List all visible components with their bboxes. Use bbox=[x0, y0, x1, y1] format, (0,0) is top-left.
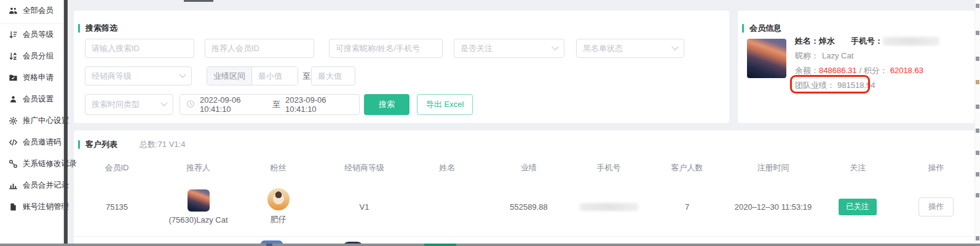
sidebar-item-promotion-settings[interactable]: 推广中心设置 bbox=[0, 110, 63, 132]
customer-list-panel: 客户列表 总数:71 V1:4 会员ID 推荐人 粉丝 经销商等级 姓名 业绩 … bbox=[74, 130, 974, 246]
chevron-down-icon bbox=[160, 100, 167, 106]
sidebar-item-label: 会员设置 bbox=[23, 94, 53, 105]
phone-number-redacted bbox=[580, 203, 638, 211]
cell-performance: 552589.88 bbox=[486, 202, 572, 212]
search-panel-title: 搜索筛选 bbox=[85, 23, 117, 34]
referrer-avatar[interactable] bbox=[188, 189, 210, 212]
gear-icon bbox=[9, 116, 18, 125]
column-header: 手机号 bbox=[572, 162, 646, 173]
column-header: 注册时间 bbox=[729, 162, 818, 173]
date-range-input[interactable]: 2022-09-06 10:41:10 至 2023-09-06 10:41:1… bbox=[180, 94, 360, 115]
sidebar-item-account-cancel[interactable]: 账号注销管理 bbox=[0, 196, 63, 218]
team-performance-label: 团队业绩： bbox=[795, 80, 835, 91]
column-header: 会员ID bbox=[74, 162, 160, 173]
user-icon bbox=[9, 95, 18, 104]
search-button[interactable]: 搜索 bbox=[364, 94, 409, 115]
performance-min-input[interactable] bbox=[252, 67, 298, 85]
date-to-label: 至 bbox=[272, 99, 280, 110]
column-header: 经销商等级 bbox=[320, 162, 409, 173]
rank-sort-icon bbox=[9, 30, 18, 39]
bar-chart-icon bbox=[9, 181, 18, 190]
column-header: 推荐人 bbox=[160, 162, 237, 173]
top-edge-artifact bbox=[184, 0, 213, 2]
member-name: 焯水 bbox=[819, 36, 835, 47]
row-action-button[interactable]: 操作 bbox=[919, 197, 954, 216]
sidebar: 全部会员 会员等级 会员分组 资格申请 会员设置 推广中心设置 会员邀请码 关系… bbox=[0, 0, 63, 246]
code-icon bbox=[9, 138, 18, 147]
points-value: 62018.63 bbox=[890, 66, 923, 75]
sidebar-item-qualification[interactable]: 资格申请 bbox=[0, 67, 63, 89]
cell-register-time: 2020–12–30 11:53:19 bbox=[729, 202, 818, 212]
performance-max-input[interactable] bbox=[311, 66, 355, 85]
column-header: 操作 bbox=[898, 162, 974, 173]
link-icon bbox=[9, 159, 18, 169]
sidebar-item-label: 推广中心设置 bbox=[23, 116, 69, 126]
points-label: / 积分： bbox=[859, 65, 887, 76]
sidebar-item-relation-log[interactable]: 关系链修改记录 bbox=[0, 153, 63, 175]
phone-label: 手机号： bbox=[851, 36, 883, 47]
range-to-label: 至 bbox=[302, 66, 310, 85]
scrollbar-artifact bbox=[266, 244, 272, 246]
name-label: 姓名： bbox=[795, 36, 819, 47]
sidebar-item-label: 关系链修改记录 bbox=[23, 159, 77, 169]
sidebar-item-member-settings[interactable]: 会员设置 bbox=[0, 89, 63, 110]
dealer-level-select[interactable]: 经销商等级 bbox=[85, 66, 192, 85]
chevron-down-icon bbox=[179, 71, 186, 77]
performance-range-group: 业绩区间 bbox=[207, 66, 298, 85]
sidebar-item-merge-log[interactable]: 会员合并记录 bbox=[0, 175, 63, 196]
select-placeholder: 经销商等级 bbox=[92, 71, 132, 82]
az-sort-icon bbox=[9, 52, 18, 61]
member-panel-title: 会员信息 bbox=[749, 23, 781, 34]
blacklist-status-select[interactable]: 黑名单状态 bbox=[576, 39, 684, 58]
section-accent-bar bbox=[742, 24, 744, 33]
performance-range-label: 业绩区间 bbox=[207, 67, 252, 85]
sidebar-item-member-level[interactable]: 会员等级 bbox=[0, 24, 63, 46]
sidebar-item-label: 会员邀请码 bbox=[23, 137, 61, 148]
cell-fan: 肥仔 bbox=[237, 188, 320, 225]
sidebar-scrollbar[interactable] bbox=[64, 0, 68, 246]
users-icon bbox=[9, 6, 18, 15]
chevron-down-icon bbox=[551, 43, 558, 50]
column-header: 关注 bbox=[818, 162, 898, 173]
balance-value: 848686.31 bbox=[819, 66, 856, 75]
cell-follow: 已关注 bbox=[818, 199, 898, 215]
sidebar-item-label: 会员合并记录 bbox=[23, 180, 69, 191]
folder-check-icon bbox=[9, 73, 18, 82]
horizontal-scrollbar[interactable] bbox=[0, 244, 980, 246]
member-details: 姓名： 焯水 手机号： 昵称： Lazy Cat 余额： 848686.31 /… bbox=[795, 35, 970, 94]
select-placeholder: 搜索时间类型 bbox=[92, 99, 140, 110]
fan-name: 肥仔 bbox=[271, 214, 286, 225]
phone-number-redacted bbox=[883, 37, 939, 46]
nickname-label: 昵称： bbox=[795, 50, 819, 62]
referrer-id-input[interactable] bbox=[205, 39, 314, 58]
keyword-input[interactable] bbox=[329, 39, 443, 58]
fan-avatar[interactable] bbox=[267, 188, 290, 210]
member-avatar bbox=[747, 39, 786, 78]
screen-edge-artifact bbox=[975, 0, 980, 246]
referrer-name: (75630)Lazy Cat bbox=[168, 215, 227, 224]
chevron-down-icon bbox=[671, 43, 678, 50]
member-info-panel: 会员信息 姓名： 焯水 手机号： 昵称： Lazy Cat 余额： 848686… bbox=[738, 10, 974, 123]
select-placeholder: 黑名单状态 bbox=[583, 43, 623, 54]
sidebar-item-member-group[interactable]: 会员分组 bbox=[0, 46, 63, 67]
balance-label: 余额： bbox=[795, 65, 819, 76]
followed-badge: 已关注 bbox=[839, 199, 877, 215]
cell-phone bbox=[572, 203, 646, 211]
sidebar-item-label: 会员等级 bbox=[23, 30, 53, 40]
table-row: 75135 (75630)Lazy Cat 肥仔 V1 552589.88 7 … bbox=[74, 177, 974, 237]
sidebar-item-label: 全部会员 bbox=[23, 6, 53, 16]
cell-referrer: (75630)Lazy Cat bbox=[160, 189, 237, 224]
follow-status-select[interactable]: 是否关注 bbox=[454, 39, 564, 58]
scrollbar-artifact bbox=[424, 244, 456, 246]
sidebar-item-invite-code[interactable]: 会员邀请码 bbox=[0, 132, 63, 153]
file-icon bbox=[9, 202, 18, 212]
date-end-value: 2023-09-06 10:41:10 bbox=[285, 95, 353, 114]
search-id-input[interactable] bbox=[85, 39, 194, 58]
search-filter-panel: 搜索筛选 是否关注 黑名单状态 经销商等级 业绩区间 至 搜索时间类型 2022… bbox=[74, 10, 729, 123]
section-accent-bar bbox=[78, 140, 80, 149]
column-header: 粉丝 bbox=[237, 162, 320, 173]
export-excel-button[interactable]: 导出 Excel bbox=[417, 94, 473, 115]
time-type-select[interactable]: 搜索时间类型 bbox=[85, 94, 173, 115]
sidebar-item-label: 资格申请 bbox=[23, 73, 53, 83]
sidebar-item-all-members[interactable]: 全部会员 bbox=[0, 0, 63, 24]
